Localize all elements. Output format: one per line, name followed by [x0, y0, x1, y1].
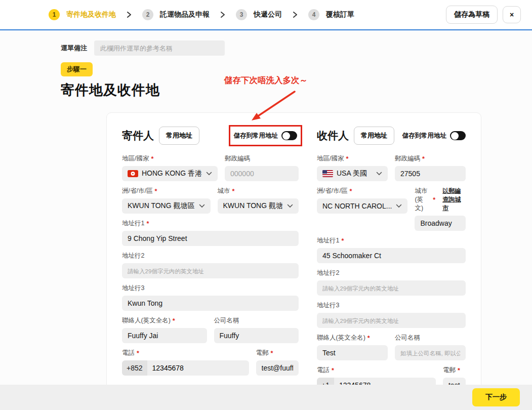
- required-mark: *: [271, 350, 273, 357]
- close-button[interactable]: ×: [503, 6, 521, 23]
- sender-city-value: KWUN TONG 觀塘: [223, 201, 283, 211]
- step-1-label: 寄件地及收件地: [66, 10, 116, 19]
- sender-city-label: 城市: [218, 187, 230, 195]
- address-card: 寄件人 常用地址 儲存到常用地址 地區/國家*: [106, 112, 481, 410]
- recipient-postal-label: 郵政編碼: [395, 154, 420, 163]
- next-step-button[interactable]: 下一步: [472, 388, 520, 406]
- sender-postal-input[interactable]: [225, 166, 299, 181]
- topbar-actions: 儲存為草稿 ×: [446, 6, 521, 24]
- sender-address3-input[interactable]: [122, 296, 299, 311]
- recipient-state-value: NC NORTH CAROL...: [322, 202, 392, 210]
- save-draft-button[interactable]: 儲存為草稿: [446, 6, 498, 24]
- step-3-courier[interactable]: 3 快遞公司: [236, 9, 282, 20]
- recipient-city-input[interactable]: [415, 216, 466, 231]
- recipient-address2-input[interactable]: [317, 280, 466, 296]
- step-4-label: 覆核訂單: [326, 10, 354, 19]
- recipient-contact-label: 聯絡人(英文全名): [317, 334, 365, 342]
- recipient-phone-label: 電話: [317, 366, 330, 375]
- recipient-company-label: 公司名稱: [395, 334, 420, 342]
- required-mark: *: [146, 220, 149, 227]
- sender-save-to-frequent-group: 儲存到常用地址: [229, 125, 303, 146]
- required-mark: *: [422, 155, 425, 162]
- sender-column: 寄件人 常用地址 儲存到常用地址 地區/國家*: [122, 124, 299, 410]
- chevron-down-icon: [396, 204, 402, 208]
- wizard-stepper: 1 寄件地及收件地 2 託運物品及申報 3 快遞公司 4 覆核訂單: [49, 9, 446, 20]
- sender-state-select[interactable]: KWUN TONG 觀塘區: [122, 198, 211, 214]
- recipient-region-label: 地區/國家: [317, 154, 344, 163]
- recipient-address3-input[interactable]: [317, 313, 466, 328]
- required-mark: *: [232, 188, 235, 195]
- sender-address1-label: 地址行1: [122, 219, 144, 228]
- chevron-right-icon: [126, 11, 132, 18]
- sender-address3-label: 地址行3: [122, 284, 144, 293]
- step-2-label: 託運物品及申報: [160, 10, 210, 19]
- recipient-save-to-frequent-toggle[interactable]: [450, 131, 466, 140]
- sender-email-input[interactable]: [256, 360, 299, 376]
- main-content: 運單備注 步驟一 寄件地及收件地 寄件人 常用地址 儲存到常用地址: [0, 30, 532, 410]
- recipient-save-to-frequent-group: 儲存到常用地址: [402, 131, 466, 140]
- sender-region-value: HONG KONG 香港: [142, 169, 202, 178]
- sender-phone-prefix[interactable]: +852: [122, 360, 147, 376]
- sender-frequent-address-button[interactable]: 常用地址: [159, 127, 199, 145]
- recipient-company-input[interactable]: [395, 345, 466, 360]
- city-lookup-by-postal-link[interactable]: 以郵編查詢城市: [442, 187, 466, 213]
- required-mark: *: [346, 155, 348, 162]
- chevron-down-icon: [287, 204, 293, 208]
- sender-city-select[interactable]: KWUN TONG 觀塘: [218, 198, 299, 214]
- required-mark: *: [332, 367, 334, 374]
- sender-phone-label: 電話: [122, 349, 135, 357]
- recipient-title: 收件人: [317, 129, 349, 143]
- recipient-frequent-address-button[interactable]: 常用地址: [354, 127, 394, 145]
- sender-save-to-frequent-toggle[interactable]: [281, 131, 297, 140]
- required-mark: *: [458, 367, 460, 374]
- step-1-number: 1: [49, 9, 60, 20]
- sender-email-label: 電郵: [256, 349, 269, 357]
- sender-region-select[interactable]: HONG KONG 香港: [122, 166, 218, 181]
- save-hint-annotation: 儲存下次唔洗入多次～: [224, 75, 308, 86]
- recipient-postal-input[interactable]: [395, 166, 466, 181]
- recipient-state-select[interactable]: NC NORTH CAROL...: [317, 198, 407, 214]
- recipient-address3-label: 地址行3: [317, 301, 339, 310]
- sender-contact-label: 聯絡人(英文全名): [122, 316, 171, 325]
- waybill-remark-input[interactable]: [94, 40, 225, 56]
- waybill-remark-label: 運單備注: [61, 44, 87, 53]
- required-mark: *: [154, 188, 157, 195]
- sender-save-to-frequent-label: 儲存到常用地址: [234, 132, 278, 140]
- required-mark: *: [433, 196, 435, 203]
- sender-address2-label: 地址行2: [122, 252, 144, 260]
- recipient-email-label: 電郵: [443, 366, 456, 375]
- recipient-region-select[interactable]: USA 美國: [317, 166, 388, 181]
- step-4-number: 4: [308, 9, 319, 20]
- required-mark: *: [349, 188, 352, 195]
- step-2-number: 2: [142, 9, 153, 20]
- step-2-items-declaration[interactable]: 2 託運物品及申報: [142, 9, 210, 20]
- recipient-state-label: 洲/省/市/區: [317, 187, 347, 195]
- sender-phone-input[interactable]: [147, 360, 249, 376]
- step-3-number: 3: [236, 9, 247, 20]
- top-bar: 1 寄件地及收件地 2 託運物品及申報 3 快遞公司 4 覆核訂單: [0, 0, 532, 30]
- required-mark: *: [341, 237, 344, 244]
- recipient-region-value: USA 美國: [337, 169, 367, 178]
- sender-address1-input[interactable]: [122, 231, 299, 246]
- sender-phone-field: +852: [122, 360, 249, 376]
- chevron-down-icon: [376, 172, 382, 176]
- sender-company-input[interactable]: [214, 328, 299, 343]
- step-4-review-order[interactable]: 4 覆核訂單: [308, 9, 354, 20]
- chevron-right-icon: [220, 11, 226, 18]
- red-arrow-icon: [244, 90, 300, 126]
- sender-address2-input[interactable]: [122, 263, 299, 278]
- sender-region-label: 地區/國家: [122, 154, 149, 163]
- sender-state-label: 洲/省/市/區: [122, 187, 152, 195]
- chevron-down-icon: [199, 204, 205, 208]
- sender-postal-label: 郵政編碼: [225, 154, 250, 163]
- required-mark: *: [151, 155, 153, 162]
- hk-flag-icon: [128, 170, 138, 177]
- recipient-save-to-frequent-label: 儲存到常用地址: [402, 132, 447, 140]
- recipient-address1-label: 地址行1: [317, 236, 339, 245]
- step-1-sender-recipient[interactable]: 1 寄件地及收件地: [49, 9, 116, 20]
- sender-contact-input[interactable]: [122, 328, 207, 343]
- recipient-contact-input[interactable]: [317, 345, 388, 360]
- waybill-remark-row: 運單備注: [61, 40, 532, 56]
- recipient-address1-input[interactable]: [317, 248, 466, 263]
- us-flag-icon: [322, 170, 333, 177]
